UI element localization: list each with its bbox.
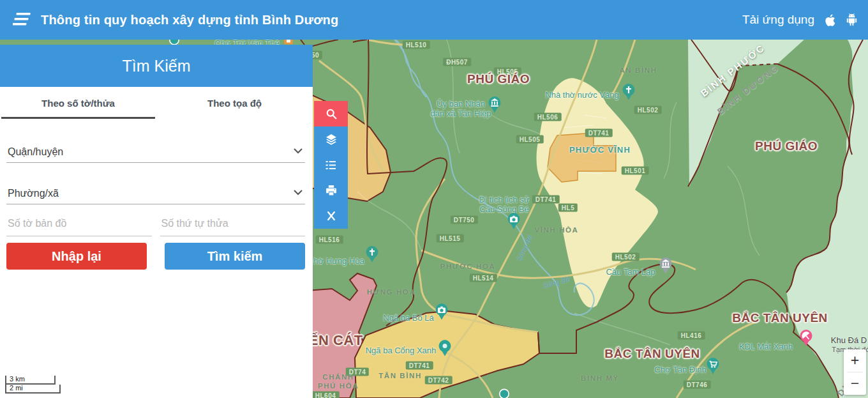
app-header: Thông tin quy hoạch xây dựng tỉnh Bình D… xyxy=(0,0,868,40)
apple-icon[interactable] xyxy=(823,12,836,28)
app-window: { "header": { "title": "Thông tin quy ho… xyxy=(0,0,868,398)
circle-marker[interactable] xyxy=(499,388,510,398)
number-inputs-row xyxy=(6,215,305,236)
search-tabs: Theo số tờ/thửa Theo tọa độ xyxy=(0,87,313,119)
search-panel-title: Tìm Kiếm xyxy=(0,45,313,87)
layers-icon xyxy=(325,133,338,146)
reset-button[interactable]: Nhập lại xyxy=(6,243,147,270)
tab-coordinates[interactable]: Theo tọa độ xyxy=(156,87,313,119)
scale-mi: 2 mi xyxy=(5,385,61,394)
legend-icon xyxy=(325,159,337,171)
camera-marker[interactable] xyxy=(433,302,450,324)
map-print-button[interactable] xyxy=(314,178,348,203)
map-toolbar xyxy=(314,101,348,229)
chevron-down-icon xyxy=(294,187,303,198)
ward-select[interactable]: Phường/xã xyxy=(6,182,305,204)
menu-icon[interactable] xyxy=(13,12,32,27)
active-tab-underline xyxy=(1,117,155,119)
cart-marker[interactable] xyxy=(705,356,721,378)
camera-marker[interactable] xyxy=(505,211,522,233)
sheet-number-input[interactable] xyxy=(6,215,152,236)
district-select-label: Quận/huyện xyxy=(8,146,63,158)
close-icon xyxy=(326,210,337,222)
tab-coordinates-label: Theo tọa độ xyxy=(207,98,262,109)
map-layers-button[interactable] xyxy=(314,126,348,152)
ward-select-label: Phường/xã xyxy=(8,188,59,199)
pin-marker[interactable] xyxy=(437,339,453,360)
scale-km: 3 km xyxy=(5,376,56,385)
district-select[interactable]: Quận/huyện xyxy=(6,141,305,163)
print-icon xyxy=(325,184,338,197)
zoom-in-button[interactable]: + xyxy=(844,349,866,372)
search-icon xyxy=(325,107,338,120)
church-marker[interactable] xyxy=(620,82,637,104)
gov-marker[interactable] xyxy=(486,95,503,117)
map-scale: 3 km 2 mi xyxy=(5,376,61,394)
buttons-row: Nhập lại Tìm kiếm xyxy=(6,243,305,270)
search-button[interactable]: Tìm kiếm xyxy=(165,243,305,270)
umbrella-marker[interactable] xyxy=(798,328,814,350)
search-panel: Tìm Kiếm Theo số tờ/thửa Theo tọa độ Quậ… xyxy=(0,45,313,398)
page-title: Thông tin quy hoạch xây dựng tỉnh Bình D… xyxy=(41,13,338,27)
map-legend-button[interactable] xyxy=(314,152,348,178)
landmark-marker[interactable] xyxy=(657,256,674,278)
tab-sheet-parcel-label: Theo số tờ/thửa xyxy=(41,98,115,109)
chevron-down-icon xyxy=(294,145,303,157)
zoom-control: + − xyxy=(844,349,866,395)
download-app-label[interactable]: Tải ứng dụng xyxy=(742,13,814,27)
map-close-button[interactable] xyxy=(314,203,348,229)
church-marker[interactable] xyxy=(364,245,380,266)
map-search-button[interactable] xyxy=(314,101,348,126)
tab-sheet-parcel[interactable]: Theo số tờ/thửa xyxy=(0,87,156,119)
android-icon[interactable] xyxy=(844,13,859,27)
zoom-out-button[interactable]: − xyxy=(844,372,866,395)
parcel-number-input[interactable] xyxy=(160,215,306,236)
